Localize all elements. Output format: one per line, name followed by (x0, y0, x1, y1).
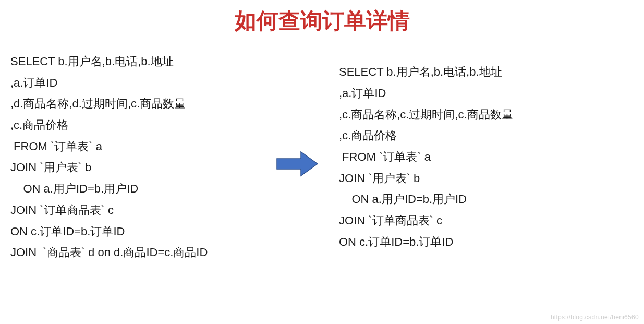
svg-marker-0 (277, 152, 318, 176)
watermark: https://blog.csdn.net/heni6560 (551, 314, 639, 321)
page-title: 如何查询订单详情 (0, 0, 644, 51)
sql-code-before: SELECT b.用户名,b.电话,b.地址 ,a.订单ID ,d.商品名称,d… (10, 51, 261, 263)
sql-code-after: SELECT b.用户名,b.电话,b.地址 ,a.订单ID ,c.商品名称,c… (334, 62, 634, 253)
content-row: SELECT b.用户名,b.电话,b.地址 ,a.订单ID ,d.商品名称,d… (0, 51, 644, 263)
arrow-column (261, 135, 334, 179)
arrow-right-icon (276, 151, 319, 179)
